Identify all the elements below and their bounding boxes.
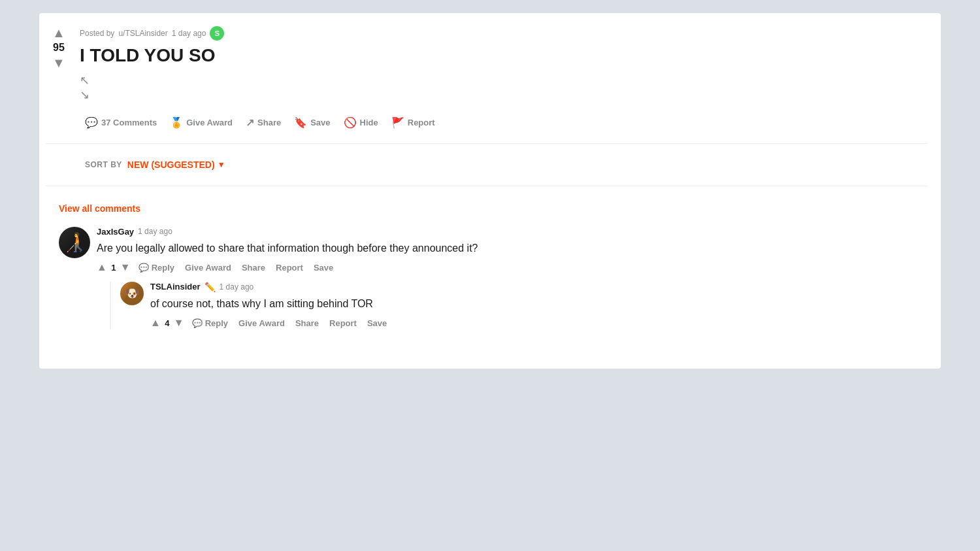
nested-share-label-1: Share bbox=[295, 318, 319, 328]
report-icon: 🚩 bbox=[391, 116, 404, 129]
nested-award-btn-1[interactable]: Give Award bbox=[236, 317, 287, 329]
posted-by-label: Posted by bbox=[80, 29, 114, 38]
nested-report-label-1: Report bbox=[329, 318, 357, 328]
report-button[interactable]: 🚩 Report bbox=[386, 112, 440, 133]
post-title: I TOLD YOU SO bbox=[80, 44, 928, 67]
post-card: ▲ 95 ▼ Posted by u/TSLAinsider 1 day ago… bbox=[39, 13, 941, 369]
post-meta: Posted by u/TSLAinsider 1 day ago S bbox=[80, 26, 928, 41]
hide-button[interactable]: 🚫 Hide bbox=[338, 112, 384, 133]
give-award-button[interactable]: 🏅 Give Award bbox=[165, 112, 238, 133]
sort-value-text: NEW (SUGGESTED) bbox=[127, 159, 215, 170]
nested-save-btn-1[interactable]: Save bbox=[365, 317, 389, 329]
nested-reply-btn-1[interactable]: 💬 Reply bbox=[189, 317, 231, 329]
post-author-link[interactable]: u/TSLAinsider bbox=[118, 29, 167, 38]
nested-author-line-1: TSLAinsider ✏️ 1 day ago bbox=[150, 282, 915, 292]
sort-chevron-icon: ▼ bbox=[218, 160, 225, 169]
nested-save-label-1: Save bbox=[367, 318, 387, 328]
downvote-arrow[interactable]: ▼ bbox=[52, 56, 65, 69]
nested-award-label-1: Give Award bbox=[238, 318, 285, 328]
expand-icon[interactable]: ↖↘ bbox=[80, 73, 928, 102]
sort-value-button[interactable]: NEW (SUGGESTED) ▼ bbox=[127, 159, 225, 170]
comment-save-label-1: Save bbox=[314, 263, 333, 273]
comment-award-btn-1[interactable]: Give Award bbox=[182, 261, 234, 274]
comments-divider bbox=[46, 186, 928, 186]
nested-vote-1: ▲ 4 ▼ bbox=[150, 317, 184, 329]
comment-vote-1: ▲ 1 ▼ bbox=[97, 261, 131, 273]
page-wrapper: ▲ 95 ▼ Posted by u/TSLAinsider 1 day ago… bbox=[0, 0, 980, 382]
post-header: ▲ 95 ▼ Posted by u/TSLAinsider 1 day ago… bbox=[46, 26, 928, 133]
comment-text-1: Are you legally allowed to share that in… bbox=[97, 241, 915, 256]
nested-report-btn-1[interactable]: Report bbox=[327, 317, 359, 329]
nested-text-1: of course not, thats why I am sitting be… bbox=[150, 296, 915, 312]
save-label: Save bbox=[310, 118, 330, 127]
comment-author-line-1: JaxIsGay 1 day ago bbox=[97, 227, 915, 237]
view-all-comments-link[interactable]: View all comments bbox=[59, 203, 915, 214]
sort-bar: SORT BY NEW (SUGGESTED) ▼ bbox=[85, 154, 928, 175]
comment-vote-count-1: 1 bbox=[110, 263, 118, 273]
share-icon: ↗ bbox=[246, 116, 254, 129]
comment-avatar-jax: 🧑‍🦯 bbox=[59, 227, 90, 258]
award-icon: 🏅 bbox=[170, 116, 183, 129]
nested-actions-1: ▲ 4 ▼ 💬 Reply Give Awar bbox=[150, 317, 915, 329]
nested-share-btn-1[interactable]: Share bbox=[293, 317, 321, 329]
post-actions: 💬 37 Comments 🏅 Give Award ↗ Share 🔖 Sav… bbox=[80, 112, 928, 133]
nested-reply-label-1: Reply bbox=[205, 318, 228, 328]
hide-icon: 🚫 bbox=[344, 116, 357, 129]
comment-author-1: JaxIsGay bbox=[97, 227, 134, 237]
nested-author-1: TSLAinsider bbox=[150, 282, 201, 292]
nested-reply-icon-1: 💬 bbox=[192, 318, 203, 328]
sort-by-label: SORT BY bbox=[85, 160, 122, 169]
comment-share-label-1: Share bbox=[242, 263, 265, 273]
comment-actions-1: ▲ 1 ▼ 💬 Reply Give Award Share bbox=[97, 261, 915, 274]
nested-vote-count-1: 4 bbox=[163, 318, 171, 328]
nested-downvote-1[interactable]: ▼ bbox=[174, 317, 184, 329]
nested-comment-1: 🐶 TSLAinsider ✏️ 1 day ago of course not… bbox=[120, 282, 915, 329]
hide-label: Hide bbox=[360, 118, 378, 127]
mod-pencil-icon: ✏️ bbox=[204, 282, 216, 292]
jax-avatar-emoji: 🧑‍🦯 bbox=[63, 231, 86, 253]
comment-report-label-1: Report bbox=[276, 263, 303, 273]
give-award-label: Give Award bbox=[186, 118, 233, 127]
comment-item: 🧑‍🦯 JaxIsGay 1 day ago Are you legally a… bbox=[59, 227, 915, 336]
comments-label: 37 Comments bbox=[101, 118, 157, 127]
avatar-tslainsider: 🐶 bbox=[120, 282, 144, 305]
vote-count: 95 bbox=[53, 42, 65, 54]
nested-time-1: 1 day ago bbox=[220, 282, 254, 292]
report-label: Report bbox=[408, 118, 435, 127]
comments-section: View all comments 🧑‍🦯 JaxIsGay 1 day ago… bbox=[46, 197, 928, 356]
comment-upvote-1[interactable]: ▲ bbox=[97, 261, 107, 273]
reply-label-1: Reply bbox=[152, 263, 174, 273]
post-time: 1 day ago bbox=[172, 29, 206, 38]
save-button[interactable]: 🔖 Save bbox=[289, 112, 335, 133]
comment-time-1: 1 day ago bbox=[138, 227, 172, 236]
comment-body-1: JaxIsGay 1 day ago Are you legally allow… bbox=[97, 227, 915, 336]
comment-award-label-1: Give Award bbox=[185, 263, 231, 273]
comments-icon: 💬 bbox=[85, 116, 98, 129]
comment-reply-btn-1[interactable]: 💬 Reply bbox=[136, 261, 177, 274]
post-content: Posted by u/TSLAinsider 1 day ago S I TO… bbox=[80, 26, 928, 133]
nested-comment-body-1: TSLAinsider ✏️ 1 day ago of course not, … bbox=[150, 282, 915, 329]
comment-downvote-1[interactable]: ▼ bbox=[120, 261, 131, 273]
snoo-award-icon: S bbox=[210, 26, 224, 41]
nested-upvote-1[interactable]: ▲ bbox=[150, 317, 161, 329]
vote-column: ▲ 95 ▼ bbox=[46, 26, 72, 69]
reply-thread-1: 🐶 TSLAinsider ✏️ 1 day ago of course not… bbox=[110, 282, 915, 329]
upvote-arrow[interactable]: ▲ bbox=[52, 26, 65, 39]
post-divider bbox=[46, 143, 928, 144]
share-label: Share bbox=[257, 118, 281, 127]
reply-icon-1: 💬 bbox=[139, 263, 149, 273]
share-button[interactable]: ↗ Share bbox=[240, 112, 286, 133]
comment-save-btn-1[interactable]: Save bbox=[311, 261, 336, 274]
comment-share-btn-1[interactable]: Share bbox=[239, 261, 268, 274]
comments-button[interactable]: 💬 37 Comments bbox=[80, 112, 162, 133]
save-icon: 🔖 bbox=[294, 116, 307, 129]
comment-report-btn-1[interactable]: Report bbox=[273, 261, 306, 274]
tsla-avatar-emoji: 🐶 bbox=[125, 286, 139, 301]
